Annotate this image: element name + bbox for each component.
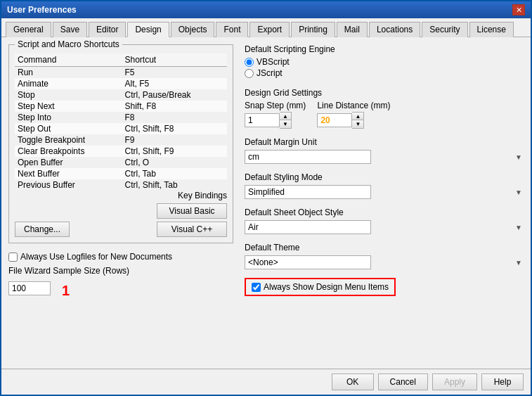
cmd-cell: Step Into	[15, 112, 122, 123]
table-row: Step OutCtrl, Shift, F8	[15, 123, 227, 134]
line-distance-down[interactable]: ▼	[352, 120, 363, 128]
tab-mail[interactable]: Mail	[337, 22, 368, 37]
file-wizard-row: File Wizard Sample Size (Rows) 1	[8, 266, 233, 299]
logfiles-row: Always Use Logfiles for New Documents	[8, 252, 233, 262]
tab-general[interactable]: General	[6, 22, 51, 37]
tab-export[interactable]: Export	[249, 22, 290, 37]
shortcut-cell: F8	[122, 112, 227, 123]
snap-step-input[interactable]	[245, 113, 280, 127]
file-wizard-label: File Wizard Sample Size (Rows)	[8, 266, 233, 276]
shortcut-cell: Alt, F5	[122, 78, 227, 89]
table-row: Clear BreakpointsCtrl, Shift, F9	[15, 146, 227, 157]
theme-dropdown-arrow: ▼	[515, 259, 522, 267]
grid-settings-title: Design Grid Settings	[245, 88, 524, 98]
shortcut-cell: Shift, F8	[122, 101, 227, 112]
shortcut-cell: F5	[122, 67, 227, 79]
tab-printing[interactable]: Printing	[291, 22, 335, 37]
tab-objects[interactable]: Objects	[171, 22, 215, 37]
btn-row: Change... Key Bindings Visual Basic Visu…	[15, 191, 227, 237]
table-row: AnimateAlt, F5	[15, 78, 227, 89]
line-distance-field: Line Distance (mm) ▲ ▼	[317, 101, 390, 129]
tab-design[interactable]: Design	[127, 22, 169, 37]
help-button[interactable]: Help	[481, 373, 524, 390]
vbscript-radio[interactable]	[245, 58, 254, 67]
table-row: Next BufferCtrl, Tab	[15, 168, 227, 179]
cancel-button[interactable]: Cancel	[378, 373, 428, 390]
cmd-cell: Stop	[15, 89, 122, 101]
always-show-label: Always Show Design Menu Items	[264, 282, 389, 292]
tab-license[interactable]: License	[469, 22, 514, 37]
sheet-object-dropdown[interactable]: Air Classic	[245, 220, 371, 234]
visual-cpp-button[interactable]: Visual C++	[157, 222, 227, 237]
col-shortcut: Shortcut	[122, 53, 227, 67]
theme-dropdown-container: <None> ▼	[245, 255, 524, 269]
shortcut-cell: Ctrl, O	[122, 157, 227, 168]
styling-mode-dropdown[interactable]: Simplified Advanced	[245, 185, 371, 199]
sheet-object-dropdown-arrow: ▼	[515, 224, 522, 231]
always-show-checkbox[interactable]	[252, 283, 261, 292]
vbscript-label: VBScript	[257, 57, 290, 67]
tab-font[interactable]: Font	[216, 22, 248, 37]
tab-locations[interactable]: Locations	[369, 22, 420, 37]
apply-button[interactable]: Apply	[432, 373, 477, 390]
cmd-cell: Previous Buffer	[15, 179, 122, 191]
shortcut-cell: Ctrl, Tab	[122, 168, 227, 179]
tab-security[interactable]: Security	[422, 22, 467, 37]
shortcut-cell: Ctrl, Shift, Tab	[122, 179, 227, 191]
jscript-label: JScript	[257, 68, 283, 78]
always-show-highlighted: Always Show Design Menu Items	[245, 278, 396, 296]
snap-step-spinner-btns: ▲ ▼	[280, 112, 292, 129]
key-bindings-label: Key Bindings	[178, 191, 227, 200]
title-bar: User Preferences ✕	[1, 1, 531, 18]
table-row: RunF5	[15, 67, 227, 79]
sheet-object-section: Default Sheet Object Style Air Classic ▼	[245, 207, 524, 234]
line-distance-label: Line Distance (mm)	[317, 101, 390, 110]
theme-title: Default Theme	[245, 243, 524, 253]
cmd-cell: Step Out	[15, 123, 122, 134]
shortcut-cell: Ctrl, Shift, F8	[122, 123, 227, 134]
cmd-cell: Run	[15, 67, 122, 79]
window-title: User Preferences	[7, 5, 77, 15]
sheet-object-title: Default Sheet Object Style	[245, 207, 524, 217]
shortcuts-group: Script and Macro Shortcuts Command Short…	[8, 44, 233, 243]
margin-unit-dropdown[interactable]: cm mm inch	[245, 150, 371, 164]
tab-editor[interactable]: Editor	[89, 22, 126, 37]
line-distance-input[interactable]	[317, 113, 352, 127]
table-row: Toggle BreakpointF9	[15, 134, 227, 146]
snap-step-field: Snap Step (mm) ▲ ▼	[245, 101, 306, 129]
ok-button[interactable]: OK	[332, 373, 374, 390]
jscript-row: JScript	[245, 68, 524, 78]
margin-unit-title: Default Margin Unit	[245, 137, 524, 147]
footer: OK Cancel Apply Help	[1, 369, 531, 395]
line-distance-up[interactable]: ▲	[352, 113, 363, 120]
snap-step-down[interactable]: ▼	[280, 120, 291, 128]
snap-step-up[interactable]: ▲	[280, 113, 291, 120]
grid-settings-fields: Snap Step (mm) ▲ ▼ Line Distance (mm)	[245, 101, 524, 129]
user-preferences-window: User Preferences ✕ General Save Editor D…	[0, 0, 532, 396]
table-row: Previous BufferCtrl, Shift, Tab	[15, 179, 227, 191]
logfiles-checkbox[interactable]	[8, 253, 18, 262]
change-button[interactable]: Change...	[15, 222, 70, 237]
close-button[interactable]: ✕	[512, 4, 525, 15]
visual-basic-button[interactable]: Visual Basic	[157, 203, 227, 219]
snap-step-spinner: ▲ ▼	[245, 112, 306, 129]
sheet-object-dropdown-container: Air Classic ▼	[245, 220, 524, 234]
file-wizard-input-row: 1	[8, 277, 233, 299]
margin-unit-section: Default Margin Unit cm mm inch ▼	[245, 137, 524, 164]
cmd-cell: Toggle Breakpoint	[15, 134, 122, 146]
styling-mode-dropdown-arrow: ▼	[515, 189, 522, 196]
tab-save[interactable]: Save	[53, 22, 87, 37]
scripting-engine-section: Default Scripting Engine VBScript JScrip…	[245, 44, 524, 79]
theme-section: Default Theme <None> ▼	[245, 243, 524, 269]
left-panel: Script and Macro Shortcuts Command Short…	[8, 44, 233, 362]
theme-dropdown[interactable]: <None>	[245, 255, 371, 269]
key-bindings-area: Key Bindings Visual Basic Visual C++	[157, 191, 227, 237]
scripting-engine-title: Default Scripting Engine	[245, 44, 524, 54]
cmd-cell: Step Next	[15, 101, 122, 112]
jscript-radio[interactable]	[245, 69, 254, 78]
cmd-cell: Next Buffer	[15, 168, 122, 179]
table-row: Step NextShift, F8	[15, 101, 227, 112]
styling-mode-section: Default Styling Mode Simplified Advanced…	[245, 172, 524, 199]
file-wizard-input[interactable]	[8, 281, 51, 295]
styling-mode-dropdown-container: Simplified Advanced ▼	[245, 185, 524, 199]
